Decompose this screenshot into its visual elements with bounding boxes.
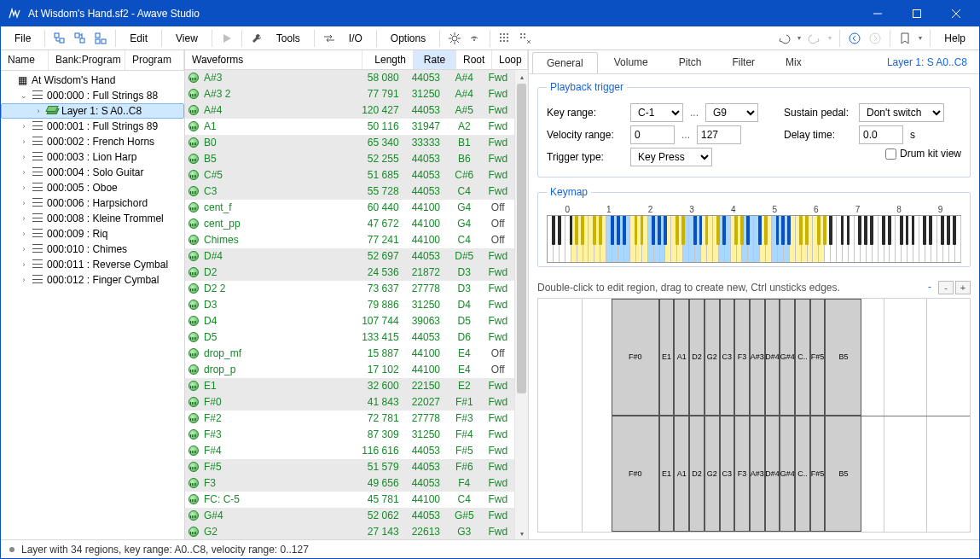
menu-file[interactable]: File	[6, 30, 39, 47]
maximize-button[interactable]	[897, 1, 937, 26]
region-cell[interactable]: B5	[825, 416, 861, 533]
io-arrows-icon[interactable]	[320, 29, 339, 48]
region-cell[interactable]: D2	[689, 299, 705, 416]
waveform-row[interactable]: D5133 41544053D6Fwd	[185, 329, 514, 346]
undo-icon[interactable]	[774, 29, 793, 48]
tab-filter[interactable]: Filter	[717, 51, 769, 73]
vel-lo-input[interactable]	[630, 125, 675, 144]
bookmark-icon[interactable]	[896, 29, 914, 48]
minimize-button[interactable]	[858, 1, 897, 26]
tree-item[interactable]: ›000:011 : Reverse Cymbal	[1, 257, 184, 272]
waveform-row[interactable]: F#387 30931250F#4Fwd	[185, 427, 514, 443]
scroll-down-icon[interactable]: ▾	[515, 527, 528, 539]
region-cell[interactable]: D2	[689, 416, 705, 533]
tree-collapse-icon[interactable]	[50, 29, 69, 48]
tab-mix[interactable]: Mix	[771, 51, 816, 73]
scroll-thumb[interactable]	[517, 84, 526, 393]
vel-hi-input[interactable]	[697, 125, 741, 144]
speaker-icon[interactable]	[466, 29, 484, 48]
waveform-row[interactable]: Chimes77 24144100C4Off	[185, 232, 514, 248]
region-cell[interactable]: F#5	[810, 299, 826, 416]
tab-volume[interactable]: Volume	[600, 51, 663, 73]
waveform-row[interactable]: cent_f60 44044100G4Off	[185, 200, 514, 216]
menu-options[interactable]: Options	[382, 30, 434, 47]
waveform-row[interactable]: G#452 06244053G#5Fwd	[185, 508, 514, 524]
region-cell[interactable]: G#4	[780, 299, 795, 416]
waveform-row[interactable]: E132 60022150E2Fwd	[185, 378, 514, 394]
wrench-icon[interactable]	[247, 29, 266, 48]
region-cell[interactable]: F#0	[612, 299, 659, 416]
waveform-row[interactable]: B065 34033333B1Fwd	[185, 135, 514, 151]
region-cell[interactable]: C3	[720, 416, 735, 533]
tab-general[interactable]: General	[532, 52, 598, 73]
region-cell[interactable]: E1	[659, 416, 675, 533]
region-cell[interactable]: F3	[734, 299, 750, 416]
tree-body[interactable]: ▦At Wisdom's Hand⌄000:000 : Full Strings…	[1, 71, 184, 539]
tree-expand-icon[interactable]	[71, 29, 90, 48]
region-cell[interactable]: C3	[720, 299, 735, 416]
sustain-select[interactable]: Don't switch	[859, 103, 944, 122]
waveform-row[interactable]: G227 14322613G3Fwd	[185, 524, 514, 539]
th-program[interactable]: Program	[125, 50, 184, 70]
region-cell[interactable]: F#0	[612, 416, 659, 533]
tree-item[interactable]: ›000:006 : Harpsichord	[1, 195, 184, 211]
waveform-row[interactable]: C355 72844053C4Fwd	[185, 183, 514, 200]
tree-item[interactable]: ›000:004 : Solo Guitar	[1, 165, 184, 180]
tree-item[interactable]: ›000:001 : Full Strings 89	[1, 119, 184, 134]
region-cell[interactable]: C..	[795, 416, 810, 533]
zoom-in-button[interactable]: +	[955, 281, 971, 294]
region-cell[interactable]: F#5	[810, 416, 826, 533]
region-cell[interactable]: A1	[674, 416, 689, 533]
waveform-row[interactable]: C#551 68544053C#6Fwd	[185, 167, 514, 183]
waveform-row[interactable]: F#041 84322027F#1Fwd	[185, 394, 514, 411]
waveform-row[interactable]: D224 53621872D3Fwd	[185, 265, 514, 281]
waveform-row[interactable]: D4107 74439063D5Fwd	[185, 313, 514, 329]
tree-item[interactable]: ›000:005 : Oboe	[1, 180, 184, 195]
delay-input[interactable]	[859, 125, 903, 144]
play-icon[interactable]	[217, 29, 236, 48]
region-cell[interactable]: D#4	[765, 299, 780, 416]
region-cell[interactable]: G2	[705, 416, 720, 533]
nav-back-icon[interactable]	[845, 29, 864, 48]
redo-icon[interactable]	[805, 29, 824, 48]
menu-io[interactable]: I/O	[340, 30, 371, 47]
tree-item[interactable]: ›000:002 : French Horns	[1, 134, 184, 149]
wh-name[interactable]: Waveforms	[185, 50, 362, 69]
tree-item[interactable]: ›000:008 : Kleine Trommel	[1, 211, 184, 226]
waveform-row[interactable]: FC: C-545 78144100C4Fwd	[185, 492, 514, 508]
key-hi-select[interactable]: G9	[705, 103, 758, 122]
wh-rate[interactable]: Rate	[414, 50, 456, 69]
menu-view[interactable]: View	[167, 30, 206, 47]
waveform-row[interactable]: D#452 69744053D#5Fwd	[185, 248, 514, 265]
tree-item[interactable]: ⌄000:000 : Full Strings 88	[1, 88, 184, 103]
waveform-row[interactable]: D379 88631250D4Fwd	[185, 297, 514, 313]
menu-edit[interactable]: Edit	[121, 30, 156, 47]
drumkit-checkbox[interactable]: Drum kit view	[885, 148, 961, 160]
tree-item[interactable]: ›000:003 : Lion Harp	[1, 149, 184, 165]
waveform-row[interactable]: F#272 78127778F#3Fwd	[185, 411, 514, 427]
grid2-icon[interactable]	[516, 29, 535, 48]
waveform-row[interactable]: F#4116 61644053F#5Fwd	[185, 443, 514, 459]
region-cell[interactable]: A1	[674, 299, 689, 416]
waveform-row[interactable]: drop_p17 10244100E4Off	[185, 362, 514, 378]
wh-loop[interactable]: Loop	[492, 50, 528, 69]
tab-pitch[interactable]: Pitch	[664, 51, 716, 73]
waveform-list[interactable]: A#358 08044053A#4FwdA#3 277 79131250A#4F…	[185, 70, 514, 539]
waveform-row[interactable]: cent_pp47 67244100G4Off	[185, 216, 514, 232]
region-cell[interactable]: G#4	[780, 416, 795, 533]
region-cell[interactable]: G2	[705, 299, 720, 416]
zoom-out-button[interactable]: -	[938, 281, 954, 294]
piano-keyboard[interactable]	[547, 215, 961, 263]
th-bankprog[interactable]: Bank:Program	[49, 50, 125, 70]
trigger-select[interactable]: Key Press	[630, 148, 712, 166]
waveform-row[interactable]: drop_mf15 88744100E4Off	[185, 346, 514, 362]
wh-root[interactable]: Root	[456, 50, 492, 69]
waveform-row[interactable]: A#358 08044053A#4Fwd	[185, 70, 514, 86]
tree-layer[interactable]: ›Layer 1: S A0..C8	[1, 103, 184, 119]
region-grid[interactable]: F#0E1A1D2G2C3F3A#3D#4G#4C..F#5B5F#0E1A1D…	[537, 298, 971, 533]
tree-root[interactable]: ▦At Wisdom's Hand	[1, 73, 184, 88]
tree-item[interactable]: ›000:009 : Riq	[1, 226, 184, 242]
waveform-row[interactable]: D2 273 63727778D3Fwd	[185, 281, 514, 297]
region-cell[interactable]: F3	[734, 416, 750, 533]
region-cell[interactable]: E1	[659, 299, 675, 416]
